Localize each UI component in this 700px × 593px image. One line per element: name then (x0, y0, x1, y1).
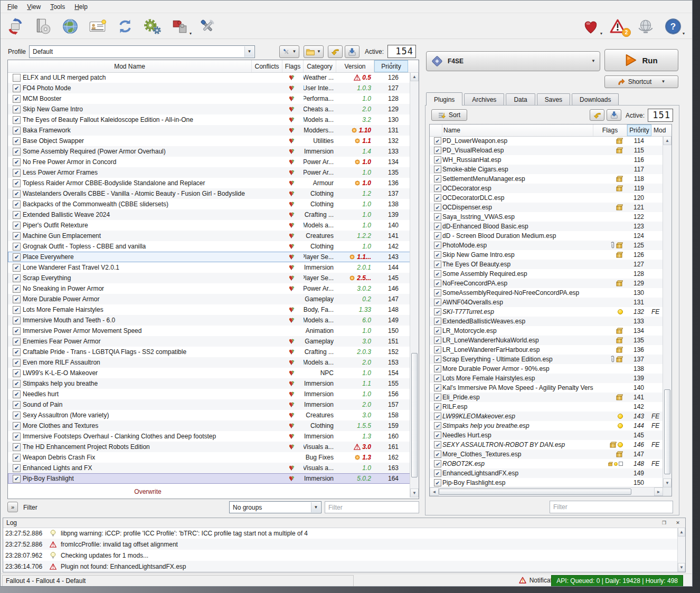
plugin-row[interactable]: ✔Scrap Everything - Ultimate Edition.esp… (430, 355, 663, 364)
run-button[interactable]: Run (604, 49, 678, 71)
plugin-row[interactable]: ✔Stimpaks help you breathe.esp144FE (430, 421, 663, 431)
column-header-name[interactable]: Name (442, 125, 593, 136)
plugin-row[interactable]: ✔SomeAssemblyRequired-NoFreeConcordPA.es… (430, 288, 663, 298)
mod-checkbox[interactable]: ✔ (13, 369, 21, 377)
mod-row[interactable]: ✔The Eyes of Beauty Fallout Kaleidoscope… (8, 114, 410, 125)
open-folder-button[interactable]: ▼ (304, 45, 324, 58)
plugin-checkbox[interactable]: ✔ (434, 175, 441, 183)
mod-checkbox[interactable]: ✔ (13, 338, 21, 346)
mod-checkbox[interactable]: ✔ (13, 412, 21, 419)
executable-select[interactable]: F4SE ▼ (426, 51, 600, 71)
profile-button[interactable] (88, 17, 107, 36)
menu-help[interactable]: Help (70, 2, 92, 12)
groups-select[interactable]: No groups ▼ (229, 501, 321, 513)
scroll-up-icon[interactable]: ▲ (663, 136, 671, 145)
menu-view[interactable]: View (22, 2, 45, 12)
plugin-row[interactable]: ✔dD-Enhanced Blood Basic.esp123 (430, 222, 663, 231)
overwrite-row[interactable]: Overwrite (8, 486, 288, 498)
plugin-row[interactable]: ✔Smoke-able Cigars.esp117 (430, 165, 663, 174)
mod-row[interactable]: ✔Sound of Pain♥?Immersion2.0157 (8, 399, 410, 410)
mod-checkbox[interactable]: ✔ (13, 317, 21, 324)
plugin-checkbox[interactable]: ✔ (434, 270, 441, 278)
plugin-row[interactable]: ✔PD_LowerWeapon.esp114 (430, 136, 663, 146)
refresh-button[interactable] (116, 17, 135, 36)
mod-checkbox[interactable]: ✔ (13, 200, 21, 208)
plugin-checkbox[interactable]: ✔ (434, 375, 441, 382)
plugin-checkbox[interactable]: ✔ (434, 318, 441, 325)
plugin-checkbox[interactable]: ✔ (434, 441, 441, 448)
mod-checkbox[interactable]: ✔ (13, 359, 21, 367)
mod-checkbox[interactable]: ✔ (13, 190, 21, 198)
plugin-row[interactable]: ✔Some Assembly Required.esp128 (430, 269, 663, 279)
mod-checkbox[interactable]: ✔ (13, 253, 21, 261)
mod-checkbox[interactable]: ✔ (13, 243, 21, 251)
install-from-file-button[interactable] (33, 17, 52, 36)
plugin-checkbox[interactable]: ✔ (434, 166, 441, 173)
tab-plugins[interactable]: Plugins (426, 92, 462, 106)
mod-checkbox[interactable]: ✔ (13, 285, 21, 293)
plugin-checkbox[interactable]: ✔ (434, 470, 441, 477)
mod-checkbox[interactable]: ✔ (13, 137, 21, 145)
mod-checkbox[interactable]: ✔ (13, 443, 21, 451)
plugin-checkbox[interactable]: ✔ (434, 451, 441, 458)
help-button[interactable]: ? ▾ (664, 17, 683, 36)
plugin-row[interactable]: ✔Skip New Game Intro.esp126 (430, 250, 663, 260)
plugin-list-scrollbar[interactable]: ▲ ▼ (663, 136, 671, 487)
mod-checkbox[interactable]: ✔ (13, 211, 21, 219)
plugin-checkbox[interactable]: ✔ (434, 185, 441, 192)
plugin-row[interactable]: ✔LR_LoneWandererFarHarbour.esp136 (430, 345, 663, 355)
plugin-checkbox[interactable]: ✔ (434, 213, 441, 221)
mod-row[interactable]: ✔Piper's Outfit Retexture♥?Models a...1.… (8, 220, 410, 231)
mod-list-scrollbar[interactable]: ▲ ▼ (410, 72, 419, 498)
mod-row[interactable]: ✔Sexy Assaultron (More variety)♥?Creatur… (8, 410, 410, 420)
tab-saves[interactable]: Saves (537, 93, 570, 106)
plugin-row[interactable]: ✔Needles Hurt.esp145 (430, 431, 663, 440)
plugin-checkbox[interactable]: ✔ (434, 403, 441, 410)
plugin-row[interactable]: ✔ExtendedBallisticWeaves.esp133 (430, 317, 663, 326)
mod-row[interactable]: ✔Machine Gun Emplacement♥?Creatures1.2.2… (8, 231, 410, 241)
plugin-row[interactable]: ✔OCDecoratorDLC.esp120 (430, 193, 663, 203)
scroll-right-icon[interactable]: ► (654, 487, 663, 496)
mod-checkbox[interactable]: ✔ (13, 348, 21, 356)
mod-row[interactable]: ✔Place Everywhere♥?Player Se...1.1...143 (8, 252, 410, 262)
plugin-row[interactable]: ✔EnhancedLightsandFX.esp149 (430, 468, 663, 478)
mod-tools-button[interactable]: ▼ (279, 45, 299, 58)
plugin-checkbox[interactable]: ✔ (434, 365, 441, 372)
mod-checkbox[interactable]: ✔ (13, 306, 21, 314)
column-header-mod[interactable]: Mod (651, 125, 671, 136)
plugin-row[interactable]: ✔AWNF04Overalls.esp131 (430, 298, 663, 307)
plugin-checkbox[interactable]: ✔ (434, 242, 441, 249)
column-header-category[interactable]: Category (304, 60, 336, 72)
plugin-checkbox[interactable]: ✔ (434, 384, 441, 391)
mod-checkbox[interactable] (13, 74, 21, 82)
mod-row[interactable]: ✔Extended Ballistic Weave 2024♥?Crafting… (8, 209, 410, 220)
column-header-conflicts[interactable]: Conflicts (252, 60, 282, 72)
plugin-row[interactable]: ✔SettlementMenuManager.esp118 (430, 174, 663, 184)
plugin-checkbox[interactable]: ✔ (434, 432, 441, 439)
mod-checkbox[interactable]: ✔ (13, 179, 21, 187)
endorse-dropdown-caret[interactable]: ▾ (600, 31, 602, 36)
plugin-row[interactable]: ✔LW99KLEOMakeover.esp143FE (430, 412, 663, 421)
plugin-checkbox[interactable]: ✔ (434, 137, 441, 145)
shortcut-button[interactable]: Shortcut ▼ (604, 75, 678, 88)
scroll-down-icon[interactable]: ▼ (410, 489, 419, 498)
column-header-mod-name[interactable]: Mod Name (8, 60, 252, 72)
mod-checkbox[interactable]: ✔ (13, 274, 21, 282)
mod-checkbox[interactable]: ✔ (13, 158, 21, 166)
menu-file[interactable]: File (3, 2, 22, 12)
mod-row[interactable]: ✔Base Object Swapper♥?Utilities1.1132 (8, 136, 410, 146)
mod-checkbox[interactable]: ✔ (13, 422, 21, 430)
plugin-list-hscrollbar[interactable]: ◄ ► (430, 487, 663, 496)
plugins-undo-button[interactable] (590, 109, 604, 121)
configure-button[interactable] (198, 17, 217, 36)
mod-row[interactable]: ✔No Sneaking in Power Armor♥?Power Ar...… (8, 283, 410, 294)
restore-backup-button[interactable] (345, 45, 360, 58)
problems-button[interactable]: 2 (609, 17, 628, 36)
plugin-row[interactable]: ✔PD_VisualReload.esp115 (430, 146, 663, 155)
mod-row[interactable]: ✔Immersive Footsteps Overhaul - Clanking… (8, 431, 410, 442)
scroll-down-icon[interactable]: ▼ (663, 479, 671, 487)
plugin-row[interactable]: ✔Kal's Immersive PA Move Speed - Agility… (430, 383, 663, 393)
plugin-row[interactable]: ✔RILF.esp142 (430, 402, 663, 412)
install-mod-button[interactable] (6, 17, 25, 36)
settings-button[interactable] (143, 17, 162, 36)
